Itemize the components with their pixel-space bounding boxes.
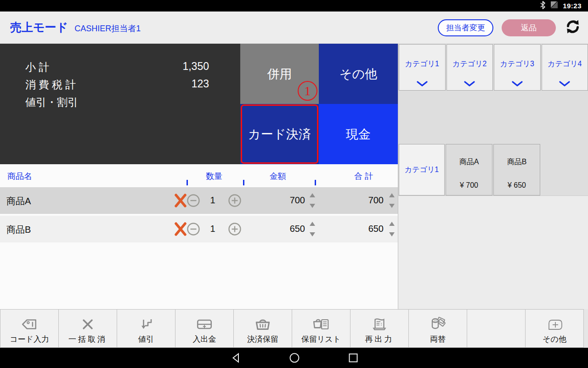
payment-buttons-grid: 併用 その他 カード決済 現金: [240, 44, 398, 164]
column-divider-tick: [187, 180, 188, 185]
refresh-icon[interactable]: [564, 19, 582, 36]
discount-steps-icon: [138, 317, 154, 333]
chevron-down-icon: [494, 80, 540, 86]
pay-combined-label: 併用: [267, 66, 292, 82]
qty-value: 1: [204, 195, 222, 206]
return-goods-button[interactable]: 返品: [502, 19, 556, 36]
bubble-plus-icon: [545, 318, 564, 333]
toolbar-reprint-button[interactable]: 再出力: [350, 309, 409, 348]
pay-other-label: その他: [339, 66, 377, 82]
unit-price-value: 700: [248, 195, 305, 206]
product-b-price: ¥ 650: [494, 181, 540, 190]
page-title: 売上モード: [10, 20, 68, 35]
qty-minus-button[interactable]: [187, 194, 200, 209]
receipt-icon: [371, 317, 388, 333]
selected-category-label: カテゴリ1: [405, 165, 439, 175]
qty-plus-button[interactable]: [228, 222, 242, 238]
unit-price-value: 650: [248, 224, 305, 234]
toolbar-label: 値引: [138, 334, 154, 345]
discount-label: 値引・割引: [25, 95, 78, 109]
android-nav-bar: [0, 348, 588, 368]
change-operator-label: 担当者変更: [446, 23, 485, 33]
category-tab-2-label: カテゴリ2: [447, 59, 493, 69]
subtotal-value: 1,350: [182, 60, 209, 75]
table-row-product-b: 商品B 1 650 650: [0, 216, 398, 242]
tax-value: 123: [192, 78, 209, 92]
chevron-down-icon: [542, 80, 588, 86]
category-tab-4[interactable]: カテゴリ4: [542, 44, 588, 91]
price-stepper[interactable]: [310, 222, 315, 236]
nav-home-icon[interactable]: [289, 352, 300, 365]
cashier-label: CASHIER担当者1: [74, 23, 141, 34]
pay-cash-label: 現金: [346, 126, 371, 143]
qty-value: 1: [204, 224, 222, 234]
delete-item-icon[interactable]: [175, 194, 187, 209]
toolbar-cash-in-out-button[interactable]: 入出金: [175, 309, 234, 348]
toolbar-label: 再出力: [365, 334, 394, 345]
category-tab-3[interactable]: カテゴリ3: [494, 44, 541, 91]
pay-other-button[interactable]: その他: [319, 44, 398, 104]
header-item-name: 商品名: [7, 171, 32, 182]
line-total-value: 700: [324, 195, 384, 206]
toolbar-label: その他: [543, 334, 566, 345]
toolbar-label: 一括取消: [68, 334, 107, 345]
money-change-icon: 10: [429, 316, 447, 333]
pay-card-button[interactable]: カード決済: [240, 104, 319, 164]
toolbar-label: 決済保留: [247, 334, 278, 345]
toolbar-discount-button[interactable]: 値引: [117, 309, 175, 348]
cart-item-table: 商品名 数量 金額 合計 商品A 1 700 700: [0, 164, 398, 309]
change-operator-button[interactable]: 担当者変更: [438, 19, 493, 36]
svg-text:10: 10: [434, 319, 437, 322]
toolbar-label: コード入力: [10, 334, 49, 345]
pos-app-screen: 19:23 売上モード CASHIER担当者1 担当者変更 返品: [0, 0, 588, 368]
header-qty: 数量: [196, 171, 232, 182]
toolbar-money-change-button[interactable]: 10 両替: [408, 309, 467, 348]
step-annotation-number: 1: [305, 84, 311, 98]
toolbar-label: 保留リスト: [301, 334, 341, 345]
toolbar-code-input-button[interactable]: コード入力: [0, 309, 59, 348]
pay-card-label: カード決済: [248, 126, 311, 143]
android-status-bar: 19:23: [0, 0, 588, 12]
basket-icon: [254, 317, 271, 333]
status-clock: 19:23: [563, 2, 582, 10]
toolbar-other-button[interactable]: その他: [525, 309, 584, 348]
toolbar-hold-payment-button[interactable]: 決済保留: [233, 309, 292, 348]
table-row-product-a: 商品A 1 700 700: [0, 187, 398, 214]
basket-list-icon: [312, 317, 330, 333]
qty-minus-button[interactable]: [187, 222, 200, 238]
tax-label: 消費税計: [25, 78, 79, 92]
no-signal-icon: [550, 1, 558, 11]
category-tab-row: カテゴリ1 カテゴリ2 カテゴリ3 カテゴリ4: [399, 44, 588, 91]
product-button-b[interactable]: 商品B ¥ 650: [493, 144, 540, 196]
category-tab-2[interactable]: カテゴリ2: [447, 44, 493, 91]
price-stepper[interactable]: [310, 193, 315, 208]
cancel-x-icon: [80, 317, 96, 333]
column-divider-tick: [315, 180, 316, 185]
cash-drawer-icon: [196, 317, 213, 333]
tag-icon: [21, 317, 38, 333]
toolbar-label: 両替: [430, 334, 446, 345]
header-price: 金額: [260, 171, 296, 182]
category-tab-1[interactable]: カテゴリ1: [399, 44, 446, 91]
product-a-price: ¥ 700: [446, 181, 492, 190]
transaction-summary-panel: 小計 1,350 消費税計 123 値引・割引 2点 ¥1,350: [0, 44, 240, 164]
toolbar-cancel-all-button[interactable]: 一括取消: [58, 309, 117, 348]
total-stepper[interactable]: [389, 193, 395, 208]
header-total: 合計: [346, 171, 383, 182]
pay-cash-button[interactable]: 現金: [319, 104, 398, 164]
column-divider-tick: [243, 180, 244, 185]
product-a-name: 商品A: [446, 157, 492, 167]
nav-recents-icon[interactable]: [348, 352, 359, 365]
category-tab-4-label: カテゴリ4: [542, 59, 588, 69]
product-button-a[interactable]: 商品A ¥ 700: [446, 144, 492, 196]
toolbar-hold-list-button[interactable]: 保留リスト: [292, 309, 351, 348]
category-tab-1-label: カテゴリ1: [399, 59, 445, 69]
total-stepper[interactable]: [389, 222, 395, 236]
qty-plus-button[interactable]: [228, 194, 242, 209]
nav-back-icon[interactable]: [231, 352, 242, 365]
subtotal-label: 小計: [25, 60, 52, 75]
toolbar-empty-cell: [467, 309, 526, 348]
delete-item-icon[interactable]: [175, 222, 187, 238]
category-tab-3-label: カテゴリ3: [494, 59, 540, 69]
selected-category-tab[interactable]: カテゴリ1: [399, 144, 445, 196]
